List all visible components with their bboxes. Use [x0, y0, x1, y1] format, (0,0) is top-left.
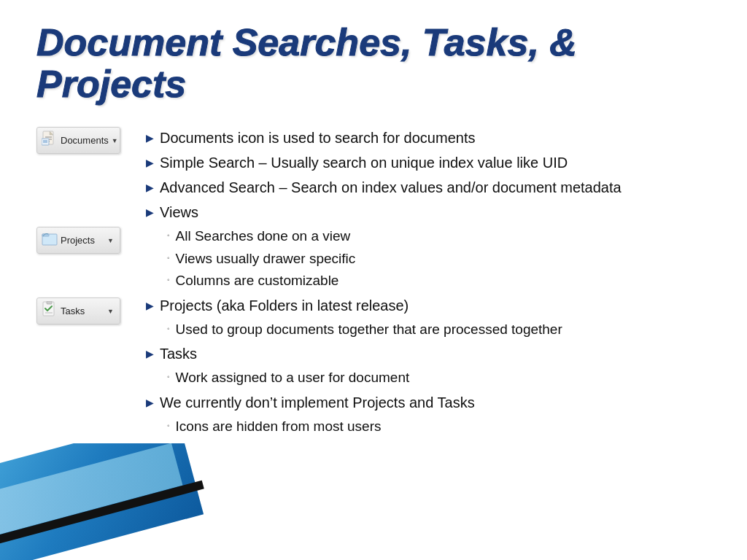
- sub-bullet-item-5-0: ◦Work assigned to a user for document: [167, 367, 711, 388]
- projects-dropdown-arrow: ▼: [107, 237, 114, 244]
- tasks-icon: [42, 301, 58, 321]
- bullet-arrow-1: ▶: [146, 155, 154, 171]
- sub-bullet-text-4-0: Used to group documents together that ar…: [176, 319, 562, 340]
- documents-label: Documents: [61, 135, 109, 146]
- bullet-text-3: Views◦All Searches done on a view◦Views …: [160, 201, 711, 292]
- bullet-arrow-3: ▶: [146, 205, 154, 221]
- bullet-item-1: ▶Simple Search – Usually search on uniqu…: [146, 152, 711, 174]
- sub-bullet-item-3-2: ◦Columns are customizable: [167, 270, 711, 291]
- sub-bullet-item-4-0: ◦Used to group documents together that a…: [167, 319, 711, 340]
- tasks-dropdown-arrow: ▼: [107, 308, 114, 315]
- slide-title: Document Searches, Tasks, & Projects: [36, 22, 711, 105]
- slide: Document Searches, Tasks, & Projects: [0, 0, 747, 560]
- bullet-item-0: ▶Documents icon is used to search for do…: [146, 127, 711, 149]
- bullet-text-4: Projects (aka Folders in latest release)…: [160, 295, 711, 341]
- sub-bullet-text-5-0: Work assigned to a user for document: [176, 367, 410, 388]
- bullet-arrow-2: ▶: [146, 180, 154, 196]
- bullet-text-0: Documents icon is used to search for doc…: [160, 127, 711, 149]
- bullet-arrow-5: ▶: [146, 346, 154, 362]
- spacer-2: [36, 254, 131, 298]
- bullet-text-6: We currently don’t implement Projects an…: [160, 392, 711, 438]
- documents-button[interactable]: Documents ▼: [36, 127, 120, 154]
- icons-column: Documents ▼ Projects ▼: [36, 127, 131, 324]
- bottom-decoration: [0, 443, 248, 560]
- sub-bullet-item-3-0: ◦All Searches done on a view: [167, 225, 711, 246]
- bullet-item-4: ▶Projects (aka Folders in latest release…: [146, 295, 711, 341]
- bullet-list: ▶Documents icon is used to search for do…: [146, 127, 711, 440]
- documents-dropdown-arrow: ▼: [112, 137, 118, 144]
- projects-button[interactable]: Projects ▼: [36, 227, 120, 254]
- sub-bullet-marker-3-0: ◦: [167, 230, 170, 241]
- tasks-button[interactable]: Tasks ▼: [36, 298, 120, 324]
- bullet-arrow-6: ▶: [146, 395, 154, 411]
- bullet-item-2: ▶Advanced Search – Search on index value…: [146, 176, 711, 199]
- sub-bullet-text-3-1: Views usually drawer specific: [176, 248, 356, 269]
- svg-rect-11: [47, 301, 52, 304]
- spacer-1: [36, 154, 131, 227]
- sub-bullet-item-6-0: ◦Icons are hidden from most users: [167, 416, 711, 437]
- bullet-arrow-4: ▶: [146, 298, 154, 314]
- sub-bullet-item-3-1: ◦Views usually drawer specific: [167, 248, 711, 269]
- tasks-label: Tasks: [61, 306, 85, 316]
- bullet-text-5: Tasks◦Work assigned to a user for docume…: [160, 343, 711, 389]
- sub-bullet-text-3-0: All Searches done on a view: [176, 225, 351, 246]
- projects-icon: [42, 230, 58, 250]
- bullet-arrow-0: ▶: [146, 131, 154, 147]
- documents-icon: [42, 131, 58, 150]
- bullet-text-1: Simple Search – Usually search on unique…: [160, 152, 711, 174]
- sub-bullet-text-6-0: Icons are hidden from most users: [176, 416, 382, 437]
- sub-bullet-marker-6-0: ◦: [167, 420, 170, 432]
- bullet-item-6: ▶We currently don’t implement Projects a…: [146, 392, 711, 438]
- bullet-item-5: ▶Tasks◦Work assigned to a user for docum…: [146, 343, 711, 389]
- sub-bullet-marker-4-0: ◦: [167, 323, 170, 335]
- bullet-item-3: ▶Views◦All Searches done on a view◦Views…: [146, 201, 711, 292]
- content-area: Documents ▼ Projects ▼: [36, 127, 711, 440]
- projects-label: Projects: [61, 235, 95, 246]
- bullet-text-2: Advanced Search – Search on index values…: [160, 176, 711, 199]
- sub-bullet-marker-3-2: ◦: [167, 274, 170, 286]
- sub-bullet-text-3-2: Columns are customizable: [176, 270, 339, 291]
- sub-bullet-marker-3-1: ◦: [167, 252, 170, 264]
- sub-bullet-marker-5-0: ◦: [167, 371, 170, 383]
